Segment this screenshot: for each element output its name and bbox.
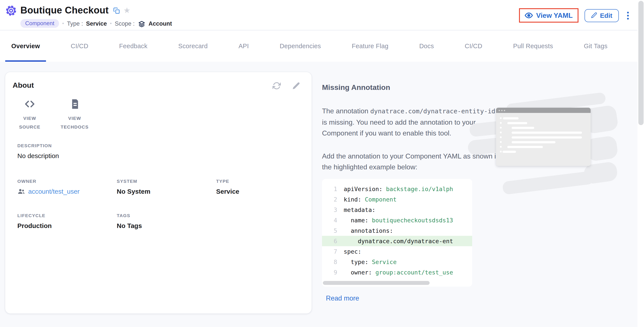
code-line: 7spec:	[322, 246, 472, 257]
annotation-highlight-box: View YAML	[519, 8, 578, 23]
entity-page: Boutique Checkout ★ Component • Type : S…	[0, 0, 644, 327]
favorite-star-icon[interactable]: ★	[124, 7, 130, 14]
tab-overview[interactable]: Overview	[5, 31, 46, 62]
copy-icon[interactable]	[114, 7, 120, 14]
entity-type-label: Type :	[67, 20, 83, 27]
tab-docs[interactable]: Docs	[413, 31, 440, 62]
tab-api[interactable]: API	[232, 31, 255, 62]
read-more-link[interactable]: Read more	[326, 294, 359, 302]
separator-dot: •	[110, 21, 112, 27]
tags-field: TAGS No Tags	[117, 213, 216, 229]
page-scrollbar-thumb[interactable]	[638, 1, 643, 125]
panel-title: Missing Annotation	[322, 83, 644, 92]
code-horizontal-scrollbar[interactable]	[323, 281, 430, 285]
edit-about-pencil-icon[interactable]	[292, 81, 300, 90]
separator-dot: •	[62, 21, 64, 27]
tab-dependencies[interactable]: Dependencies	[274, 31, 327, 62]
type-field: TYPE Service	[216, 178, 300, 195]
header-actions: View YAML Edit	[519, 8, 631, 23]
owner-link[interactable]: account/test_user	[28, 188, 80, 195]
code-line: 9 owner:group:account/test_use	[322, 267, 472, 277]
description-value: No description	[17, 152, 300, 159]
about-card: About	[5, 72, 312, 313]
browser-titlebar	[496, 108, 590, 113]
code-line: 4 name:boutiquecheckoutsdsds13	[322, 215, 472, 225]
entity-meta-row: Component • Type : Service • Scope : Acc…	[20, 19, 172, 28]
code-line-highlighted: 6 dynatrace.com/dynatrace-ent	[322, 236, 472, 246]
page-header: Boutique Checkout ★ Component • Type : S…	[0, 0, 644, 31]
code-line: 3metadata:	[322, 205, 472, 215]
entity-type-value: Service	[86, 20, 107, 27]
code-line: 1apiVersion:backstage.io/v1alph	[322, 184, 472, 194]
code-line: 5 annotations:	[322, 225, 472, 236]
tab-pull-requests[interactable]: Pull Requests	[507, 31, 559, 62]
tab-scorecard[interactable]: Scorecard	[172, 31, 214, 62]
browser-window-graphic	[496, 108, 590, 166]
header-left: Boutique Checkout ★ Component • Type : S…	[5, 4, 172, 30]
page-title: Boutique Checkout	[20, 5, 109, 16]
component-gear-icon	[5, 5, 17, 16]
scope-layers-icon	[138, 21, 145, 27]
tab-feature-flag[interactable]: Feature Flag	[346, 31, 394, 62]
page-scrollbar-track	[638, 0, 644, 327]
view-techdocs-label: VIEW TECHDOCS	[60, 114, 89, 132]
annotation-message: The annotation dynatrace.com/dynatrace-e…	[322, 106, 502, 139]
tab-bar: Overview CI/CD Feedback Scorecard API De…	[0, 31, 644, 62]
view-source-label: VIEW SOURCE	[16, 114, 44, 132]
view-source-link[interactable]: VIEW SOURCE	[14, 99, 46, 132]
entity-kind-badge: Component	[20, 19, 59, 28]
eye-icon	[525, 11, 533, 20]
entity-scope-value: Account	[148, 20, 172, 27]
content-area: About	[0, 62, 644, 327]
tab-feedback[interactable]: Feedback	[113, 31, 154, 62]
pencil-icon	[591, 12, 597, 18]
system-field: SYSTEM No System	[117, 178, 216, 195]
document-icon	[69, 99, 80, 109]
code-icon	[24, 99, 35, 109]
annotation-instruction: Add the annotation to your Component YAM…	[322, 151, 502, 172]
owner-field: OWNER account/test_user	[17, 178, 117, 195]
yaml-code-block: 1apiVersion:backstage.io/v1alph 2kind:Co…	[322, 179, 472, 287]
tab-git-tags[interactable]: Git Tags	[578, 31, 614, 62]
refresh-icon[interactable]	[272, 81, 281, 90]
code-line: 2kind:Component	[322, 194, 472, 205]
group-icon	[17, 188, 25, 195]
tab-cicd-2[interactable]: CI/CD	[459, 31, 488, 62]
view-yaml-button[interactable]: View YAML	[525, 11, 572, 20]
code-line: 8 type:Service	[322, 257, 472, 267]
more-options-kebab-icon[interactable]	[625, 10, 631, 21]
about-title: About	[12, 81, 34, 90]
view-techdocs-link[interactable]: VIEW TECHDOCS	[55, 99, 94, 132]
missing-annotation-panel: Missing Annotation The annotation dynatr…	[312, 72, 644, 327]
tab-cicd[interactable]: CI/CD	[65, 31, 94, 62]
annotation-key: dynatrace.com/dynatrace-entity-id	[370, 108, 495, 115]
description-label: DESCRIPTION	[17, 143, 300, 148]
lifecycle-field: LIFECYCLE Production	[17, 213, 117, 229]
entity-scope-label: Scope :	[115, 20, 135, 27]
edit-button[interactable]: Edit	[584, 9, 619, 22]
